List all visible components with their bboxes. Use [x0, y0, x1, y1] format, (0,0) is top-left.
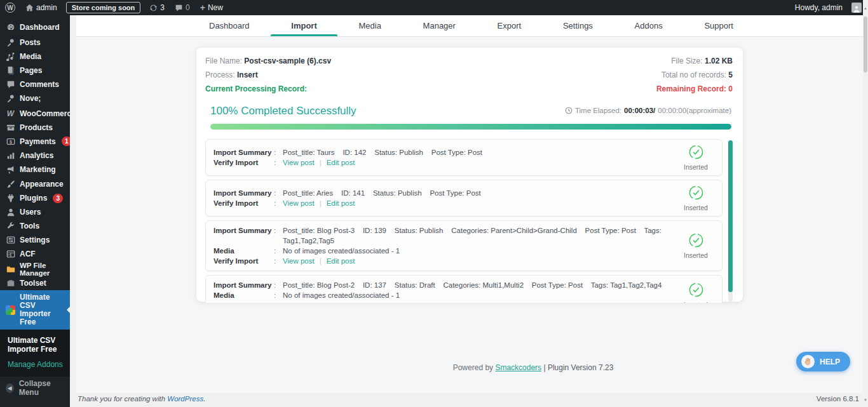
- pages-icon: [6, 65, 15, 75]
- edit-post-link[interactable]: Edit post: [327, 257, 355, 265]
- status-label: Inserted: [677, 163, 714, 171]
- time-estimate-value: 00:00:00(approximate): [658, 107, 731, 114]
- import-summary-row: Import Summary : Post_title: Blog Post-3…: [205, 220, 722, 271]
- wordpress-menu[interactable]: W: [0, 0, 20, 15]
- megaphone-icon: [6, 164, 15, 174]
- hand-icon: [801, 355, 815, 368]
- tab-support[interactable]: Support: [702, 15, 736, 36]
- sidebar-item-wp-file-manager[interactable]: WP File Manager: [0, 262, 70, 276]
- sidebar-item-products[interactable]: Products: [0, 121, 70, 135]
- sidebar-item-appearance[interactable]: Appearance: [0, 177, 70, 191]
- submenu-item-ultimate-csv-importer[interactable]: Ultimate CSV Importer Free: [0, 334, 70, 356]
- scrollbar-thumb[interactable]: [728, 140, 733, 292]
- updates-icon: [149, 4, 158, 12]
- tab-settings[interactable]: Settings: [560, 15, 595, 36]
- wordpress-link[interactable]: WordPress: [167, 395, 203, 403]
- sidebar-item-posts[interactable]: Posts: [0, 36, 70, 50]
- sidebar-item-comments[interactable]: Comments: [0, 77, 70, 91]
- view-post-link[interactable]: View post: [283, 302, 315, 303]
- row-status: Inserted: [677, 232, 714, 259]
- site-name-link[interactable]: admin: [20, 0, 62, 15]
- progress-message: 100% Completed Successfully: [210, 105, 356, 117]
- verify-label: Verify Import: [214, 300, 274, 303]
- help-label: HELP: [820, 357, 840, 366]
- plugins-count-badge: 3: [53, 194, 63, 203]
- browser-scrollbar[interactable]: ▲ ▼: [863, 0, 868, 407]
- sidebar-item-ultimate-csv-importer[interactable]: Ultimate CSV Importer Free: [0, 290, 70, 330]
- media-icon: [6, 51, 15, 61]
- collapse-menu-button[interactable]: ◀ Collapse Menu: [0, 377, 70, 399]
- comments-count: 0: [186, 3, 190, 12]
- acf-grid-icon: [6, 250, 15, 259]
- howdy-account-menu[interactable]: Howdy, admin: [790, 0, 848, 15]
- sidebar-item-dashboard[interactable]: Dashboard: [0, 20, 70, 34]
- time-elapsed-value: 00:00:03/: [624, 107, 655, 114]
- file-name-line: File Name: Post-csv-sample (6).csv: [205, 57, 331, 65]
- user-icon: [6, 208, 15, 217]
- import-status-card: File Name: Post-csv-sample (6).csv Proce…: [196, 48, 743, 302]
- sidebar-item-toolset[interactable]: Toolset: [0, 276, 70, 290]
- tab-addons[interactable]: Addons: [632, 15, 665, 36]
- comment-icon: [6, 79, 15, 89]
- sidebar-item-pages[interactable]: Pages: [0, 63, 70, 77]
- help-button[interactable]: HELP: [796, 352, 850, 371]
- sidebar-item-settings[interactable]: Settings: [0, 233, 70, 247]
- main-content-area: Dashboard Import Media Manager Export Se…: [70, 15, 868, 407]
- sidebar-item-payments[interactable]: $ Payments 1: [0, 135, 70, 149]
- collapse-arrow-icon: ◀: [6, 384, 14, 393]
- updates-count: 3: [160, 3, 165, 12]
- sidebar-item-woocommerce[interactable]: W WooCommerce: [0, 107, 70, 121]
- view-post-link[interactable]: View post: [283, 199, 315, 207]
- brush-icon: [6, 180, 15, 189]
- new-content-button[interactable]: + New: [195, 0, 228, 15]
- summary-label: Import Summary: [214, 147, 274, 157]
- edit-post-link[interactable]: Edit post: [327, 199, 355, 207]
- summary-text: Post_title: Blog Post-2 ID: 137 Status: …: [283, 280, 677, 290]
- new-label: New: [208, 3, 223, 12]
- media-text: No of images created/associated - 1: [283, 246, 677, 256]
- toolset-briefcase-icon: [6, 279, 15, 288]
- dashboard-icon: [6, 23, 15, 32]
- sidebar-item-users[interactable]: Users: [0, 205, 70, 219]
- file-size-value: 1.02 KB: [705, 57, 733, 65]
- updates-link[interactable]: 3: [144, 0, 170, 15]
- sidebar-item-analytics[interactable]: Analytics: [0, 149, 70, 163]
- view-post-link[interactable]: View post: [283, 257, 315, 265]
- submenu-item-manage-addons[interactable]: Manage Addons: [0, 356, 70, 371]
- tab-media[interactable]: Media: [356, 15, 383, 36]
- csv-importer-submenu: Ultimate CSV Importer Free Manage Addons: [0, 330, 70, 377]
- sidebar-item-plugins[interactable]: Plugins 3: [0, 191, 70, 205]
- import-summary-row: Import Summary : Post_title: Blog Post-2…: [205, 275, 722, 303]
- smackcoders-link[interactable]: Smackcoders: [495, 363, 541, 372]
- view-post-link[interactable]: View post: [283, 159, 315, 166]
- file-size-line: File Size: 1.02 KB: [656, 57, 733, 65]
- edit-post-link[interactable]: Edit post: [327, 302, 355, 303]
- sidebar-item-marketing[interactable]: Marketing: [0, 163, 70, 177]
- row-status: Inserted: [677, 282, 714, 303]
- tab-dashboard[interactable]: Dashboard: [207, 15, 252, 36]
- sidebar-item-tools[interactable]: Tools: [0, 219, 70, 233]
- import-summary-list: Import Summary : Post_title: Taurs ID: 1…: [205, 139, 733, 303]
- summary-list-scrollbar[interactable]: [728, 140, 733, 302]
- browser-scrollbar-thumb[interactable]: [864, 17, 867, 72]
- user-avatar[interactable]: [851, 3, 862, 13]
- tab-export[interactable]: Export: [495, 15, 524, 36]
- plugin-icon: [6, 194, 15, 203]
- site-name-label: admin: [36, 3, 57, 12]
- avatar-person-icon: [853, 5, 860, 13]
- edit-post-link[interactable]: Edit post: [327, 159, 355, 166]
- sidebar-item-nove[interactable]: Nove;: [0, 91, 70, 105]
- scroll-up-arrow[interactable]: ▲: [863, 6, 868, 10]
- summary-text: Post_title: Blog Post-3 ID: 139 Status: …: [283, 225, 677, 246]
- clock-icon: [565, 107, 573, 114]
- scroll-down-arrow[interactable]: ▼: [863, 398, 868, 402]
- summary-label: Import Summary: [214, 280, 274, 290]
- sidebar-item-acf[interactable]: ACF: [0, 247, 70, 261]
- tab-import[interactable]: Import: [288, 15, 319, 36]
- home-icon: [25, 4, 34, 12]
- sidebar-item-media[interactable]: Media: [0, 50, 70, 63]
- tab-manager[interactable]: Manager: [421, 15, 458, 36]
- status-label: Inserted: [677, 301, 714, 303]
- comments-link[interactable]: 0: [170, 0, 195, 15]
- wrench-icon: [6, 222, 15, 231]
